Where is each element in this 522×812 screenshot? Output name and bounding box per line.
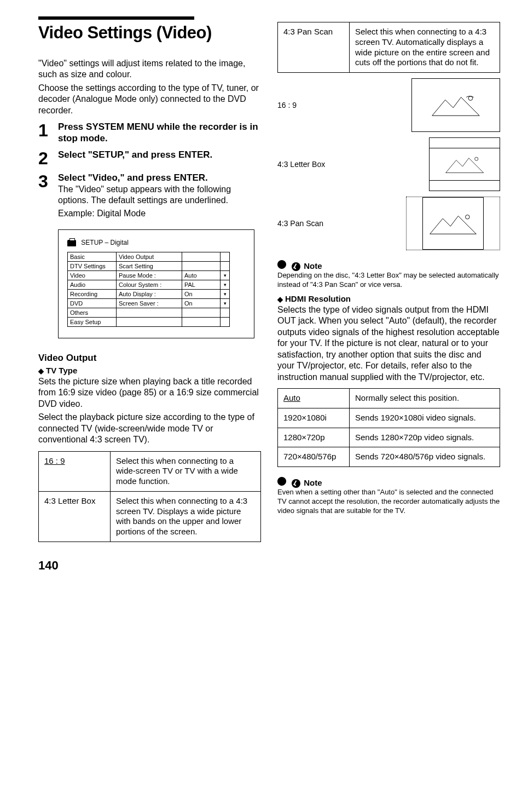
opt-val: Sends 720×480/576p video signals. <box>350 447 500 467</box>
mountain-icon <box>423 211 483 237</box>
note-icon <box>292 262 300 271</box>
setup-row: Screen Saver : <box>117 299 182 308</box>
setup-row: On <box>182 299 221 308</box>
step-2-num: 2 <box>38 149 58 167</box>
opt-key: 16 : 9 <box>44 456 65 465</box>
step-3: 3 Select "Video," and press ENTER. The "… <box>38 172 261 222</box>
hdmi-head: HDMI Resolution <box>277 294 500 303</box>
opt-key: Auto <box>283 393 300 402</box>
arrow-icon: ▾ <box>221 280 229 290</box>
setup-row: On <box>182 290 221 299</box>
setup-row: Video <box>67 271 117 280</box>
aspect-label: 4:3 Letter Box <box>277 160 354 169</box>
opt-val: Normally select this position. <box>350 389 500 408</box>
setup-row: DTV Settings <box>67 262 117 271</box>
aspect-letterbox: 4:3 Letter Box <box>277 137 500 191</box>
toolbox-icon <box>67 240 76 246</box>
step-3-num: 3 <box>38 172 58 222</box>
note-head: Note <box>277 477 500 488</box>
opt-val: Sends 1280×720p video signals. <box>350 428 500 447</box>
setup-row <box>182 318 221 327</box>
step-2-head: Select "SETUP," and press ENTER. <box>58 149 261 160</box>
mountain-icon <box>437 154 492 175</box>
setup-row <box>221 308 229 318</box>
aspect-illustration <box>411 78 500 132</box>
setup-row: Audio <box>67 280 117 290</box>
setup-row: Basic <box>67 252 117 262</box>
setup-row <box>182 308 221 318</box>
setup-row: Pause Mode : <box>117 271 182 280</box>
opt-val: Select this when connecting to a wide-sc… <box>111 451 261 491</box>
aspect-label: 16 : 9 <box>277 101 354 110</box>
table-row: Auto Normally select this position. <box>278 389 500 408</box>
note-head: Note <box>277 260 500 271</box>
svg-point-2 <box>466 215 470 219</box>
opt-key: 720×480/576p <box>278 447 350 467</box>
setup-row: Video Output <box>117 252 182 262</box>
step-1-num: 1 <box>38 122 58 144</box>
setup-row <box>117 318 182 327</box>
note-head-text: Note <box>304 261 322 270</box>
setup-menu-title: SETUP – Digital <box>67 239 245 246</box>
setup-row: Others <box>67 308 117 318</box>
setup-menu-table: Basic DTV Settings Video Audio Recording… <box>67 252 245 327</box>
setup-row: Auto Display : <box>117 290 182 299</box>
tv-type-p2: Select the playback picture size accordi… <box>38 412 261 445</box>
table-row: 4:3 Letter Box Select this when connecti… <box>39 491 261 542</box>
tv-type-table: 16 : 9 Select this when connecting to a … <box>38 451 261 542</box>
svg-point-1 <box>474 157 478 160</box>
setup-row <box>221 252 229 262</box>
arrow-icon: ▾ <box>221 290 229 299</box>
opt-val: Select this when connecting to a 4:3 scr… <box>111 491 261 542</box>
opt-key: 1280×720p <box>278 428 350 447</box>
table-row: 1280×720p Sends 1280×720p video signals. <box>278 428 500 447</box>
setup-row: Auto <box>182 271 221 280</box>
arrow-icon: ▾ <box>221 271 229 280</box>
page: Video Settings (Video) "Video" settings … <box>0 0 522 553</box>
opt-key: 1920×1080i <box>278 408 350 428</box>
opt-key: 4:3 Pan Scan <box>278 22 350 73</box>
aspect-label: 4:3 Pan Scan <box>277 219 354 228</box>
aspect-panscan: 4:3 Pan Scan <box>277 197 500 250</box>
video-output-head: Video Output <box>38 353 261 364</box>
step-3-body: The "Video" setup appears with the follo… <box>58 184 261 206</box>
setup-row: Recording <box>67 290 117 299</box>
setup-row <box>221 318 229 327</box>
page-title: Video Settings (Video) <box>38 23 261 43</box>
tv-type-p1: Sets the picture size when playing back … <box>38 376 261 410</box>
intro-2: Choose the settings according to the typ… <box>38 83 261 116</box>
setup-menu-title-text: SETUP – Digital <box>81 239 128 246</box>
setup-row: PAL <box>182 280 221 290</box>
opt-val: Sends 1920×1080i video signals. <box>350 408 500 428</box>
step-1-head: Press SYSTEM MENU while the recorder is … <box>58 122 261 144</box>
right-column: 4:3 Pan Scan Select this when connecting… <box>277 16 500 542</box>
opt-val: Select this when connecting to a 4:3 scr… <box>350 22 500 73</box>
setup-row <box>182 252 221 262</box>
aspect-illustration <box>429 137 500 191</box>
mountain-icon <box>421 92 491 118</box>
hdmi-body: Selects the type of video signals output… <box>277 304 500 383</box>
hdmi-table: Auto Normally select this position. 1920… <box>277 388 500 467</box>
left-column: Video Settings (Video) "Video" settings … <box>38 16 261 542</box>
step-3-body2: Example: Digital Mode <box>58 208 261 219</box>
setup-row <box>117 308 182 318</box>
tv-type-table-cont: 4:3 Pan Scan Select this when connecting… <box>277 22 500 73</box>
step-3-head: Select "Video," and press ENTER. <box>58 172 261 183</box>
opt-key: 4:3 Letter Box <box>39 491 111 542</box>
title-rule <box>38 16 194 20</box>
setup-row <box>182 262 221 271</box>
setup-menu-box: SETUP – Digital Basic DTV Settings Video… <box>58 229 254 338</box>
step-1: 1 Press SYSTEM MENU while the recorder i… <box>38 122 261 144</box>
table-row: 1920×1080i Sends 1920×1080i video signal… <box>278 408 500 428</box>
step-2: 2 Select "SETUP," and press ENTER. <box>38 149 261 167</box>
intro-1: "Video" settings will adjust items relat… <box>38 58 261 80</box>
aspect-illustration <box>406 197 500 250</box>
setup-row: DVD <box>67 299 117 308</box>
note-head-text: Note <box>304 478 322 487</box>
aspect-16-9: 16 : 9 <box>277 78 500 132</box>
setup-row: Easy Setup <box>67 318 117 327</box>
tv-type-head: TV Type <box>38 366 261 375</box>
setup-row: Scart Setting <box>117 262 182 271</box>
setup-row: Colour System : <box>117 280 182 290</box>
note-body: Even when a setting other than "Auto" is… <box>277 488 500 516</box>
